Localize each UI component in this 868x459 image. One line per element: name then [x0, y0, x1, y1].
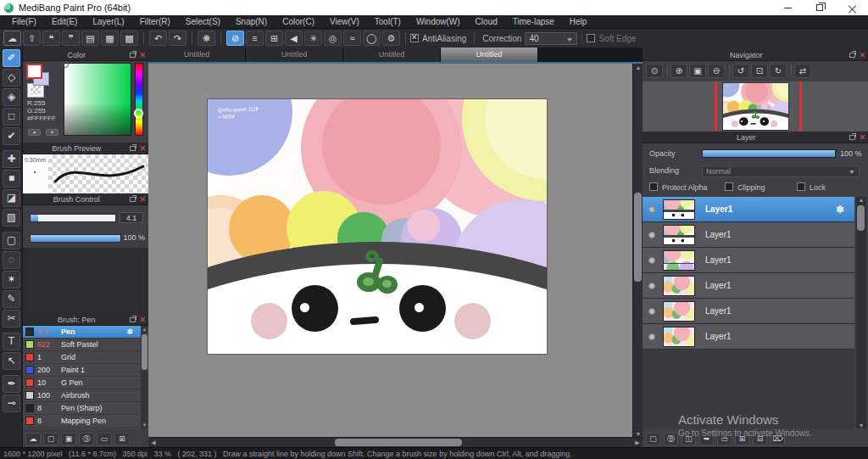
- snap-parallel-button[interactable]: ≡: [246, 31, 264, 46]
- material-list-button[interactable]: ▦: [101, 31, 119, 46]
- canvas-horizontal-scrollbar[interactable]: ◀ ▶: [148, 437, 643, 447]
- close-panel-icon[interactable]: ✕: [139, 196, 146, 203]
- new-8bit-layer-button[interactable]: Ⓑ: [664, 433, 678, 445]
- document-tab-4[interactable]: Untitled: [441, 48, 538, 62]
- menu-layer-l[interactable]: Layer(L): [85, 17, 131, 26]
- zoom-100-button[interactable]: ⊙: [646, 64, 663, 78]
- correction-select[interactable]: 40: [525, 32, 577, 45]
- new-halftone-layer-button[interactable]: ◫: [682, 433, 696, 445]
- blending-select[interactable]: Normal: [702, 165, 860, 177]
- comment-list-button[interactable]: ❞: [62, 31, 80, 46]
- close-panel-icon[interactable]: ✕: [139, 316, 146, 323]
- layer-row-1[interactable]: Layer1✽: [643, 197, 854, 222]
- popout-icon[interactable]: [849, 53, 855, 58]
- brush-tool-button[interactable]: ✐: [3, 49, 20, 67]
- layer-visibility-dot[interactable]: [648, 232, 655, 238]
- layer-opacity-slider[interactable]: [702, 149, 836, 158]
- protect-alpha-checkbox[interactable]: [649, 182, 658, 191]
- scrollbar-thumb[interactable]: [142, 334, 147, 370]
- menu-cloud[interactable]: Cloud: [468, 17, 505, 26]
- dot-pen-tool-button[interactable]: ✔: [3, 127, 20, 145]
- layer-folder-button[interactable]: ▭: [717, 433, 732, 445]
- layer-settings-gear-icon[interactable]: ✽: [836, 204, 844, 216]
- duplicate-brush-button[interactable]: ⊞: [114, 433, 130, 445]
- flip-button[interactable]: ⇄: [794, 64, 811, 78]
- hue-indicator[interactable]: [134, 109, 143, 118]
- popout-icon[interactable]: [130, 146, 136, 151]
- menu-snap-n[interactable]: Snap(N): [228, 17, 275, 26]
- select-tool-button[interactable]: ▢: [3, 232, 20, 249]
- menu-filter-r[interactable]: Filter(R): [132, 17, 178, 26]
- layer-list-scrollbar[interactable]: ▲ ▼: [856, 197, 866, 428]
- duplicate-layer-button[interactable]: ⊞: [735, 433, 749, 445]
- brush-item-soft-pastel[interactable]: 622Soft Pastel: [23, 339, 148, 351]
- saturation-value-picker[interactable]: [64, 63, 131, 136]
- gradient-tool-button[interactable]: ▨: [3, 209, 20, 227]
- fit-screen-button[interactable]: ▣: [689, 64, 706, 78]
- transform-button[interactable]: ❋: [198, 31, 215, 46]
- color-picker-button[interactable]: ✦: [46, 129, 58, 136]
- close-panel-icon[interactable]: ✕: [139, 145, 146, 152]
- soft-eraser-tool-button[interactable]: ◈: [3, 88, 20, 106]
- brush-folder-button[interactable]: ▭: [97, 433, 112, 445]
- menu-file-f[interactable]: File(F): [4, 17, 44, 26]
- rotate-left-button[interactable]: ↺: [732, 64, 749, 78]
- delete-layer-button[interactable]: ⌦: [771, 433, 785, 445]
- scroll-down-icon[interactable]: ▼: [633, 431, 643, 437]
- close-button[interactable]: [836, 0, 868, 15]
- layer-visibility-dot[interactable]: [648, 257, 655, 264]
- snap-grid-button[interactable]: ⊞: [265, 31, 283, 46]
- navigator-thumbnail[interactable]: @nhu quynh 1118 ≈ hl264: [723, 83, 788, 130]
- snap-curve-button[interactable]: ≈: [343, 31, 361, 46]
- menu-tool-t[interactable]: Tool(T): [367, 17, 409, 26]
- foreground-color-swatch[interactable]: [26, 64, 42, 79]
- layer-visibility-dot[interactable]: [648, 308, 655, 315]
- brush-size-value[interactable]: 4.1: [120, 212, 143, 223]
- redo-button[interactable]: ↷: [169, 31, 186, 46]
- brush-item-mapping-pen[interactable]: 8Mapping Pen: [23, 415, 148, 428]
- brush-settings-gear-icon[interactable]: ✽: [126, 327, 133, 336]
- snap-ellipse-button[interactable]: ◯: [363, 31, 381, 46]
- scroll-up-icon[interactable]: ▲: [633, 64, 643, 70]
- document-button[interactable]: ▤: [81, 31, 99, 46]
- transfer-layer-button[interactable]: ➥: [699, 433, 714, 445]
- brush-item-paint-1[interactable]: 200Paint 1: [23, 364, 148, 377]
- lock-checkbox[interactable]: [797, 182, 805, 191]
- brush-script-button[interactable]: Ⓢ: [79, 433, 94, 445]
- clipping-checkbox[interactable]: [725, 182, 733, 191]
- select-pen-tool-button[interactable]: ✎: [3, 290, 20, 308]
- merge-layer-button[interactable]: ⊟: [753, 433, 767, 445]
- magic-wand-tool-button[interactable]: ✶: [3, 271, 20, 288]
- layer-row-4[interactable]: Layer1: [643, 273, 854, 299]
- minimize-button[interactable]: [771, 0, 804, 15]
- brush-item-airbrush[interactable]: 100Airbrush: [23, 389, 148, 402]
- close-panel-icon[interactable]: ✕: [859, 52, 865, 59]
- select-eraser-tool-button[interactable]: ✂: [3, 310, 20, 327]
- brush-size-slider[interactable]: [30, 214, 116, 222]
- cloud-button[interactable]: ☁: [3, 31, 21, 46]
- soft-edge-checkbox[interactable]: [587, 34, 595, 42]
- popout-icon[interactable]: [130, 317, 136, 322]
- eyedropper-tool-button[interactable]: ⊸: [3, 395, 20, 412]
- snap-vanishing-button[interactable]: ◀: [285, 31, 303, 46]
- document-tab-1[interactable]: Untitled: [148, 48, 246, 62]
- popout-icon[interactable]: [130, 53, 136, 58]
- zoom-out-button[interactable]: ⊖: [708, 64, 725, 78]
- layer-row-3[interactable]: Layer1: [643, 248, 854, 273]
- brush-item-grid[interactable]: 1Grid: [23, 351, 148, 364]
- scroll-left-icon[interactable]: ◀: [148, 439, 159, 446]
- layer-row-5[interactable]: Layer1: [643, 299, 854, 324]
- snap-concentric-button[interactable]: ◎: [324, 31, 342, 46]
- popout-icon[interactable]: [849, 135, 855, 140]
- menu-color-c[interactable]: Color(C): [275, 17, 322, 26]
- add-brush-button[interactable]: ▢: [43, 433, 58, 445]
- operation-tool-button[interactable]: ↖: [3, 352, 20, 370]
- pen-tool-button[interactable]: ✒: [3, 375, 20, 393]
- close-panel-icon[interactable]: ✕: [859, 134, 865, 141]
- hue-bar[interactable]: [135, 63, 143, 136]
- menu-view-v[interactable]: View(V): [322, 17, 367, 26]
- zoom-in-button[interactable]: ⊕: [670, 64, 687, 78]
- document-tab-2[interactable]: Untitled: [246, 48, 343, 62]
- layer-row-6[interactable]: Layer1: [643, 324, 854, 350]
- menu-select-s[interactable]: Select(S): [178, 17, 228, 26]
